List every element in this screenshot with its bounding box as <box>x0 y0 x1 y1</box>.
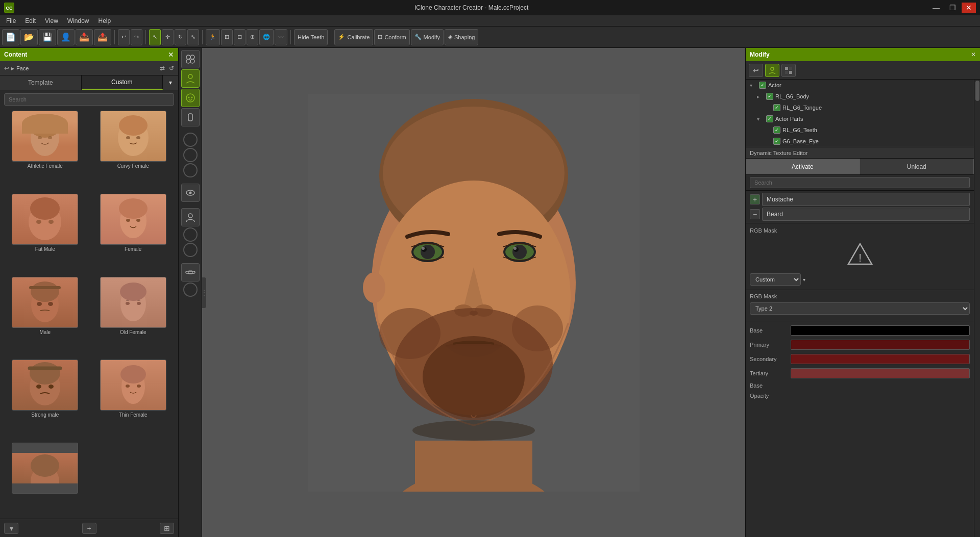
right-tool-person[interactable] <box>765 64 779 77</box>
color-swatch-secondary[interactable] <box>791 354 970 364</box>
tree-check-tongue[interactable]: ✓ <box>773 104 780 111</box>
right-tool-checker[interactable] <box>781 64 796 77</box>
nav-swap-icon[interactable]: ⇄ <box>160 65 165 72</box>
thumb-curvy-female[interactable] <box>100 111 166 162</box>
select-tool[interactable]: ↖ <box>149 29 161 45</box>
thumb-old-female[interactable] <box>100 277 166 328</box>
list-item[interactable]: Strong male <box>2 360 88 441</box>
custom-dropdown[interactable]: Custom <box>750 273 801 286</box>
modify-button[interactable]: 🔧 Modify <box>411 29 444 45</box>
move-tool[interactable]: ✛ <box>162 29 174 45</box>
unload-button[interactable]: Unload <box>860 159 974 174</box>
conform-button[interactable]: ⊡ Conform <box>374 29 409 45</box>
tree-check-actor[interactable]: ✓ <box>759 82 766 89</box>
save-button[interactable]: 💾 <box>39 29 56 45</box>
grid-tool[interactable]: ⊕ <box>247 29 258 45</box>
sidebar-person-btn[interactable] <box>181 69 200 88</box>
open-button[interactable]: 📂 <box>20 29 38 45</box>
thumb-thin-female[interactable] <box>100 360 166 411</box>
tree-item-tongue[interactable]: ✓ RL_G6_Tongue <box>746 102 974 113</box>
color-swatch-base[interactable] <box>791 325 970 336</box>
nav-back-arrow[interactable]: ↩ <box>4 65 9 72</box>
color-swatch-primary[interactable] <box>791 340 970 350</box>
panel-collapse-btn[interactable]: ▾ <box>163 75 178 90</box>
sidebar-accessory-btn[interactable] <box>181 263 200 282</box>
thumb-fat-male[interactable] <box>12 194 78 245</box>
import-button[interactable]: 📥 <box>76 29 93 45</box>
maximize-button[interactable]: ❐ <box>945 3 960 13</box>
sidebar-circle-5[interactable] <box>183 243 198 257</box>
tree-check-actor-parts[interactable]: ✓ <box>766 115 773 122</box>
sidebar-eye-btn[interactable] <box>181 184 200 202</box>
tree-expand-actor[interactable]: ▾ <box>750 83 757 88</box>
content-panel-close[interactable]: ✕ <box>168 50 174 59</box>
redo-button[interactable]: ↪ <box>131 29 142 45</box>
tree-check-body[interactable]: ✓ <box>766 93 773 100</box>
list-item[interactable]: Old Female <box>90 277 177 358</box>
sidebar-body-btn[interactable] <box>181 108 200 126</box>
menu-file[interactable]: File <box>2 16 20 25</box>
sidebar-circle-1[interactable] <box>183 133 198 147</box>
rotate-tool[interactable]: ↻ <box>175 29 186 45</box>
sidebar-circle-6[interactable] <box>183 283 198 297</box>
sidebar-face-btn[interactable] <box>181 89 200 107</box>
add-item-btn[interactable]: + <box>82 523 96 534</box>
menu-help[interactable]: Help <box>94 16 115 25</box>
mustache-add-btn[interactable]: + <box>750 194 760 204</box>
wave-tool[interactable]: 〰 <box>275 29 287 45</box>
minimize-button[interactable]: — <box>929 3 943 13</box>
sidebar-circle-2[interactable] <box>183 148 198 162</box>
list-item[interactable]: Thin Female <box>90 360 177 441</box>
tab-custom[interactable]: Custom <box>82 75 163 90</box>
list-item[interactable]: Male <box>2 277 88 358</box>
sidebar-circle-3[interactable] <box>183 163 198 177</box>
scale-tool[interactable]: ⤡ <box>187 29 199 45</box>
search-input[interactable] <box>4 93 174 106</box>
export-button[interactable]: 📤 <box>94 29 111 45</box>
panel-option-btn[interactable]: ⊞ <box>160 523 174 534</box>
tree-item-actor-parts[interactable]: ▾ ✓ Actor Parts <box>746 113 974 124</box>
sidebar-circle-4[interactable] <box>183 227 198 242</box>
viewport-resize-handle[interactable]: ⋮ <box>202 277 206 308</box>
thumb-strong-male[interactable] <box>12 360 78 411</box>
right-tool-arrow[interactable]: ↩ <box>749 64 763 77</box>
close-button[interactable]: ✕ <box>962 3 976 13</box>
scroll-down-btn[interactable]: ▾ <box>4 523 18 534</box>
fit-tool[interactable]: ⊞ <box>221 29 233 45</box>
list-item[interactable]: Female <box>90 194 177 275</box>
tree-item-teeth[interactable]: ✓ RL_G6_Teeth <box>746 124 974 136</box>
sidebar-group-btn[interactable] <box>181 50 200 68</box>
tree-check-teeth[interactable]: ✓ <box>773 126 780 134</box>
thumb-male[interactable] <box>12 277 78 328</box>
undo-button[interactable]: ↩ <box>118 29 130 45</box>
beard-remove-btn[interactable]: − <box>750 209 760 219</box>
rp-search-input[interactable] <box>750 177 970 188</box>
view3d-tool[interactable]: 🌐 <box>259 29 274 45</box>
tree-check-eye[interactable]: ✓ <box>773 138 780 145</box>
sidebar-silhouette-btn[interactable] <box>181 208 200 226</box>
list-item[interactable]: Athletic Female <box>2 111 88 192</box>
list-item[interactable]: Curvy Female <box>90 111 177 192</box>
nav-refresh-icon[interactable]: ↺ <box>169 65 174 72</box>
hide-teeth-button[interactable]: Hide Teeth <box>294 29 328 45</box>
menu-edit[interactable]: Edit <box>21 16 40 25</box>
tree-item-actor[interactable]: ▾ ✓ Actor <box>746 80 974 91</box>
rgb-type-select[interactable]: Type 1 Type 2 Type 3 <box>750 302 970 315</box>
right-scrollbar[interactable] <box>974 80 980 537</box>
tab-template[interactable]: Template <box>0 75 82 90</box>
menu-window[interactable]: Window <box>63 16 93 25</box>
activate-button[interactable]: Activate <box>746 159 860 174</box>
tree-expand-actor-parts[interactable]: ▾ <box>757 116 764 122</box>
scroll-thumb[interactable] <box>975 81 979 101</box>
tree-item-eye[interactable]: ✓ G6_Base_Eye <box>746 136 974 147</box>
tree-expand-body[interactable]: ▸ <box>757 94 764 99</box>
calibrate-button[interactable]: ⚡ Calibrate <box>334 29 373 45</box>
menu-view[interactable]: View <box>41 16 62 25</box>
thumb-female[interactable] <box>100 194 166 245</box>
shaping-button[interactable]: ◈ Shaping <box>445 29 478 45</box>
body-tool[interactable]: 🏃 <box>206 29 220 45</box>
list-item[interactable]: Fat Male <box>2 194 88 275</box>
tree-item-body[interactable]: ▸ ✓ RL_G6_Body <box>746 91 974 102</box>
mustache-label[interactable]: Mustache <box>762 193 970 206</box>
avatar-button[interactable]: 👤 <box>57 29 75 45</box>
